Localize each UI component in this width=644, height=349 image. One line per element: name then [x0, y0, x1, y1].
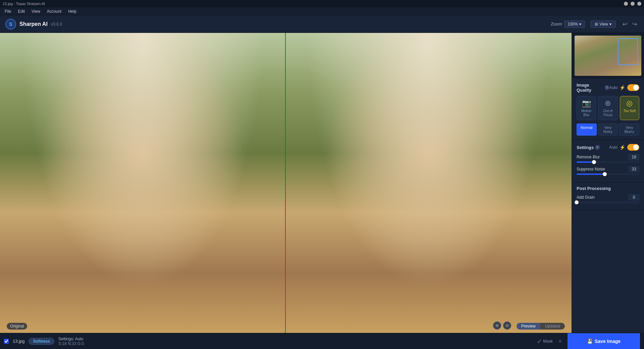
add-grain-row: Add Grain 0	[577, 194, 639, 203]
add-grain-thumb[interactable]	[575, 200, 579, 204]
blur-level-very-noisy[interactable]: Very Noisy	[598, 123, 618, 136]
remove-blur-thumb[interactable]	[592, 160, 596, 164]
blur-level-very-blurry[interactable]: Very Blurry	[619, 123, 639, 136]
quality-btn-too-soft[interactable]: ◎ Too Soft	[620, 96, 639, 120]
original-panel: Original	[0, 33, 286, 333]
redo-button[interactable]: ↪	[631, 20, 639, 29]
preview-tab[interactable]: Preview	[517, 323, 540, 330]
add-grain-value[interactable]: 0	[629, 194, 639, 200]
image-quality-section: Image Quality ? Auto ⚡ 📷 Motion Blur ⊛ O…	[572, 79, 644, 140]
suppress-noise-fill	[577, 173, 605, 175]
titlebar: 13.jpg - Topaz Sharpen AI	[0, 0, 644, 7]
preview-image	[286, 33, 572, 333]
too-soft-icon: ◎	[626, 99, 633, 108]
save-icon: 💾	[587, 339, 593, 344]
zoom-label: Zoom	[551, 21, 562, 27]
settings-info-icon[interactable]: ?	[595, 145, 600, 150]
blur-level-normal[interactable]: Normal	[577, 123, 597, 136]
compare-icon-full[interactable]: ⊖	[503, 321, 511, 330]
original-image	[0, 33, 285, 333]
too-soft-label: Too Soft	[623, 109, 636, 113]
app-version: v3.0.3	[51, 22, 62, 27]
canvas-area: Original Preview Updated ⊕ ⊖	[0, 33, 572, 333]
preview-panel: Preview Updated ⊕ ⊖	[286, 33, 572, 333]
mask-icon: 🖊	[537, 339, 541, 344]
blur-level-buttons: Normal Very Noisy Very Blurry	[577, 123, 639, 136]
maximize-button[interactable]	[631, 2, 635, 6]
quality-btn-out-of-focus[interactable]: ⊛ Out of Focus	[598, 96, 618, 120]
view-chevron-icon: ▾	[609, 22, 611, 27]
filename: 13.jpg	[13, 339, 24, 344]
image-quality-info-icon[interactable]: ?	[605, 85, 609, 90]
image-quality-toggle[interactable]	[627, 84, 639, 91]
header-right: Zoom 100% ▾ ⊞ View ▾ ↩ ↪	[551, 20, 639, 29]
zoom-control: Zoom 100% ▾	[551, 20, 585, 28]
remove-blur-label: Remove Blur	[577, 155, 600, 159]
settings-header: Settings ? Auto ⚡	[577, 144, 639, 151]
out-of-focus-icon: ⊛	[605, 99, 611, 108]
suppress-noise-label-row: Suppress Noise 33	[577, 166, 639, 172]
remove-blur-row: Remove Blur 18	[577, 154, 639, 163]
original-label: Original	[7, 323, 27, 330]
settings-title: Settings ?	[577, 145, 600, 150]
suppress-noise-track[interactable]	[577, 173, 639, 175]
image-container: Original Preview Updated ⊕ ⊖	[0, 33, 572, 333]
settings-toggle[interactable]	[627, 144, 639, 151]
zoom-dropdown[interactable]: 100% ▾	[564, 20, 585, 28]
softness-badge[interactable]: Softness	[29, 338, 54, 345]
add-grain-track[interactable]	[577, 202, 639, 203]
settings-section: Settings ? Auto ⚡ Remove Blur 18	[572, 140, 644, 183]
add-grain-label-row: Add Grain 0	[577, 194, 639, 200]
image-quality-auto-label: Auto	[609, 85, 618, 90]
save-button[interactable]: 💾 Save Image	[568, 333, 640, 349]
lightning-icon: ⚡	[620, 85, 625, 90]
menu-file[interactable]: File	[2, 8, 14, 14]
settings-info: Settings: AutoS:18 N:33 G:0	[58, 337, 84, 346]
settings-auto-label: Auto	[609, 145, 618, 150]
menu-account[interactable]: Account	[44, 8, 64, 14]
post-processing-title: Post Processing	[577, 186, 639, 191]
file-checkbox[interactable]	[4, 339, 9, 344]
bottom-bar: 13.jpg Softness Settings: AutoS:18 N:33 …	[0, 333, 644, 349]
remove-blur-value[interactable]: 18	[629, 154, 639, 160]
minimize-button[interactable]	[624, 2, 628, 6]
right-panel: Image Quality ? Auto ⚡ 📷 Motion Blur ⊛ O…	[572, 33, 644, 333]
logo-icon: S	[5, 19, 16, 30]
motion-blur-icon: 📷	[582, 99, 591, 108]
mask-label: Mask	[543, 339, 553, 344]
suppress-noise-value[interactable]: 33	[629, 166, 639, 172]
remove-blur-track[interactable]	[577, 161, 639, 163]
image-quality-auto-toggle: Auto ⚡	[609, 84, 639, 91]
thumbnail-viewport[interactable]	[618, 38, 638, 65]
menu-view[interactable]: View	[29, 8, 43, 14]
titlebar-controls	[624, 2, 641, 6]
thumbnail	[575, 36, 641, 76]
save-label: Save Image	[595, 339, 621, 344]
post-processing-section: Post Processing Add Grain 0	[572, 183, 644, 210]
zoom-chevron-icon: ▾	[579, 22, 581, 27]
updated-tab[interactable]: Updated	[540, 323, 565, 330]
close-bottom-button[interactable]: ✕	[557, 338, 564, 345]
suppress-noise-thumb[interactable]	[603, 172, 607, 176]
header: S Sharpen AI v3.0.3 Zoom 100% ▾ ⊞ View ▾…	[0, 15, 644, 33]
thumbnail-container	[572, 33, 644, 79]
titlebar-title: 13.jpg - Topaz Sharpen AI	[3, 2, 45, 6]
compare-icon-split[interactable]: ⊕	[493, 321, 501, 330]
menu-help[interactable]: Help	[65, 8, 79, 14]
undo-button[interactable]: ↩	[621, 20, 629, 29]
view-label: View	[599, 22, 608, 27]
preview-tabs: Preview Updated	[517, 323, 565, 330]
logo-area: S Sharpen AI v3.0.3	[5, 19, 62, 30]
close-button[interactable]	[637, 2, 641, 6]
menu-edit[interactable]: Edit	[15, 8, 28, 14]
view-dropdown[interactable]: ⊞ View ▾	[590, 20, 616, 28]
mask-button[interactable]: 🖊 Mask	[537, 339, 553, 344]
suppress-noise-row: Suppress Noise 33	[577, 166, 639, 175]
quality-btn-motion-blur[interactable]: 📷 Motion Blur	[577, 96, 596, 120]
compare-icons: ⊕ ⊖	[493, 321, 511, 330]
settings-auto-toggle: Auto ⚡	[609, 144, 639, 151]
image-quality-header: Image Quality ? Auto ⚡	[577, 83, 639, 93]
grid-icon: ⊞	[595, 22, 598, 27]
settings-lightning-icon: ⚡	[620, 145, 625, 150]
app-title: Sharpen AI	[19, 21, 48, 27]
